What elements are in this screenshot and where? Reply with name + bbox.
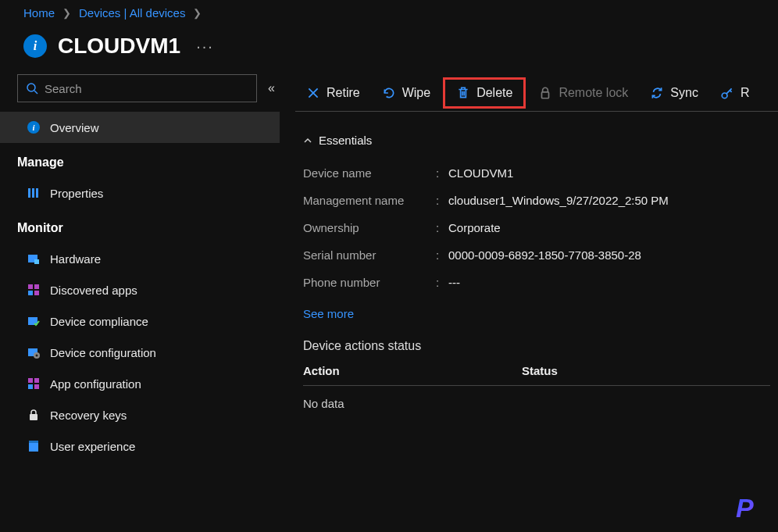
- sidebar-item-recovery-keys[interactable]: Recovery keys: [0, 399, 280, 430]
- sidebar-section-manage: Manage: [17, 143, 280, 177]
- sidebar-section-monitor: Monitor: [17, 209, 280, 243]
- delete-button[interactable]: Delete: [443, 77, 526, 109]
- sidebar-item-app-configuration[interactable]: App configuration: [0, 368, 280, 399]
- undo-icon: [382, 86, 396, 100]
- key-icon: [720, 86, 734, 100]
- button-label: Delete: [476, 86, 512, 100]
- svg-rect-6: [36, 188, 38, 198]
- sidebar-item-label: Device configuration: [50, 346, 156, 359]
- breadcrumb-home[interactable]: Home: [23, 6, 55, 20]
- actions-nodata: No data: [303, 386, 770, 421]
- svg-rect-19: [28, 384, 33, 389]
- essentials-row: Ownership : Corporate: [303, 214, 778, 241]
- essentials-row: Serial number : 0000-0009-6892-1850-7708…: [303, 241, 778, 269]
- svg-rect-23: [29, 441, 38, 443]
- sidebar-item-label: Recovery keys: [50, 409, 127, 422]
- column-action: Action: [303, 364, 522, 377]
- button-label: Remote lock: [559, 86, 628, 100]
- svg-rect-20: [34, 384, 39, 389]
- search-icon: [26, 82, 38, 95]
- sidebar-item-discovered-apps[interactable]: Discovered apps: [0, 274, 280, 305]
- button-label: Retire: [327, 86, 360, 100]
- essentials-section: Essentials Device name : CLOUDVM1 Manage…: [295, 112, 778, 331]
- compliance-icon: [27, 314, 41, 328]
- button-label: R: [741, 86, 750, 100]
- svg-rect-9: [28, 284, 33, 289]
- device-actions-title: Device actions status: [303, 339, 770, 353]
- sidebar-item-label: User experience: [50, 440, 135, 453]
- remote-lock-button: Remote lock: [527, 77, 639, 109]
- sync-button[interactable]: Sync: [639, 77, 709, 109]
- svg-rect-10: [34, 284, 39, 289]
- wipe-button[interactable]: Wipe: [371, 77, 441, 109]
- essentials-toggle[interactable]: Essentials: [303, 134, 778, 147]
- svg-rect-4: [28, 188, 30, 198]
- svg-point-0: [27, 84, 35, 91]
- toolbar: Retire Wipe Delete Remote lock: [295, 74, 778, 112]
- chevron-right-icon: ❯: [193, 7, 202, 19]
- svg-point-16: [36, 355, 38, 357]
- hardware-icon: [27, 252, 41, 266]
- sidebar-item-device-configuration[interactable]: Device configuration: [0, 337, 280, 368]
- breadcrumb: Home ❯ Devices | All devices ❯: [0, 0, 778, 26]
- trash-icon: [456, 86, 470, 100]
- info-icon: i: [27, 120, 41, 134]
- reset-passcode-button[interactable]: R: [709, 77, 761, 109]
- column-status: Status: [522, 364, 770, 377]
- svg-line-1: [34, 91, 37, 94]
- collapse-sidebar-icon[interactable]: «: [268, 81, 275, 95]
- see-more-link[interactable]: See more: [303, 296, 778, 331]
- essentials-label: Management name: [303, 194, 436, 207]
- properties-icon: [27, 186, 41, 200]
- search-input[interactable]: [45, 82, 248, 95]
- sync-icon: [650, 86, 664, 100]
- sidebar-item-overview[interactable]: i Overview: [0, 112, 280, 143]
- x-icon: [306, 86, 320, 100]
- more-menu-button[interactable]: ···: [196, 37, 214, 55]
- essentials-row: Device name : CLOUDVM1: [303, 159, 778, 187]
- sidebar-item-label: Discovered apps: [50, 284, 137, 297]
- sidebar-item-label: Properties: [50, 187, 103, 200]
- retire-button[interactable]: Retire: [295, 77, 371, 109]
- essentials-value: clouduser1_Windows_9/27/2022_2:50 PM: [448, 194, 669, 207]
- user-experience-icon: [27, 439, 41, 453]
- svg-rect-12: [34, 291, 39, 295]
- button-label: Sync: [670, 86, 698, 100]
- essentials-value: Corporate: [448, 221, 501, 234]
- title-row: i CLOUDVM1 ···: [0, 26, 778, 74]
- page-title: CLOUDVM1: [58, 34, 180, 59]
- breadcrumb-devices[interactable]: Devices | All devices: [79, 6, 185, 20]
- chevron-right-icon: ❯: [62, 7, 71, 19]
- essentials-header-label: Essentials: [319, 134, 372, 147]
- sidebar-item-properties[interactable]: Properties: [0, 177, 280, 209]
- sidebar-item-device-compliance[interactable]: Device compliance: [0, 305, 280, 337]
- button-label: Wipe: [402, 86, 430, 100]
- actions-table-header: Action Status: [303, 364, 770, 386]
- svg-rect-5: [32, 188, 34, 198]
- apps-icon: [27, 283, 41, 297]
- essentials-label: Phone number: [303, 276, 436, 289]
- essentials-value: ---: [448, 276, 460, 289]
- sidebar-item-label: Hardware: [50, 252, 101, 266]
- sidebar-item-hardware[interactable]: Hardware: [0, 243, 280, 274]
- sidebar-item-label: Device compliance: [50, 315, 148, 328]
- search-box[interactable]: [17, 74, 257, 102]
- device-config-icon: [27, 345, 41, 359]
- essentials-label: Device name: [303, 166, 436, 180]
- sidebar-item-user-experience[interactable]: User experience: [0, 430, 280, 462]
- device-actions-section: Device actions status Action Status No d…: [295, 331, 778, 421]
- content-pane: Retire Wipe Delete Remote lock: [280, 74, 778, 520]
- svg-rect-11: [28, 291, 33, 295]
- sidebar-item-label: App configuration: [50, 377, 141, 391]
- lock-icon: [27, 408, 41, 422]
- essentials-value: 0000-0009-6892-1850-7708-3850-28: [448, 248, 641, 262]
- app-config-icon: [27, 377, 41, 391]
- lock-icon: [538, 86, 552, 100]
- sidebar: « i Overview Manage Properties Monitor H…: [0, 74, 280, 520]
- essentials-value: CLOUDVM1: [448, 166, 513, 180]
- chevron-up-icon: [303, 136, 312, 145]
- essentials-row: Phone number : ---: [303, 269, 778, 296]
- essentials-label: Ownership: [303, 221, 436, 234]
- svg-rect-21: [30, 414, 37, 420]
- svg-rect-18: [34, 378, 39, 383]
